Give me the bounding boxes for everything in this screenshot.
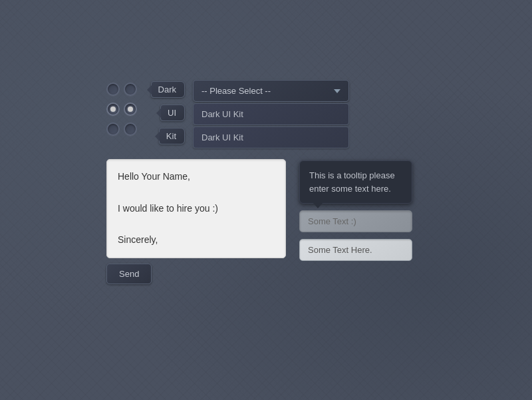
top-section: Dark UI Kit -- Please Select -- Dark UI … <box>106 80 412 148</box>
label-ui-text: UI <box>160 104 185 121</box>
radio-btn-3b[interactable] <box>124 122 137 136</box>
dropdown-option-1[interactable]: Dark UI Kit <box>193 103 349 125</box>
label-kit-text: Kit <box>159 128 185 144</box>
dropdown-option-2[interactable]: Dark UI Kit <box>193 126 349 148</box>
right-panel: This is a tooltip please enter some text… <box>299 159 412 261</box>
tooltip-bubble: This is a tooltip please enter some text… <box>299 160 412 204</box>
main-container: Dark UI Kit -- Please Select -- Dark UI … <box>106 80 412 284</box>
radio-group <box>106 80 137 136</box>
textarea-line3: Sincerely, <box>118 232 275 248</box>
radio-row-1 <box>106 83 137 96</box>
label-kit: Kit <box>145 128 185 144</box>
textarea-line1: Hello Your Name, <box>118 169 275 185</box>
tooltip-text: This is a tooltip please enter some text… <box>309 170 395 194</box>
labels-column: Dark UI Kit <box>145 80 185 144</box>
radio-btn-1b[interactable] <box>124 83 137 96</box>
text-panel: Hello Your Name, I would like to hire yo… <box>106 159 286 284</box>
radio-btn-1a[interactable] <box>106 83 120 96</box>
input-disabled: Some Text :) <box>299 210 412 232</box>
radio-row-2 <box>106 102 137 116</box>
textarea-line2: I would like to hire you :) <box>118 201 275 217</box>
dropdown-select[interactable]: -- Please Select -- <box>193 80 349 102</box>
dropdown-placeholder: -- Please Select -- <box>201 86 271 96</box>
radio-btn-2a[interactable] <box>106 102 120 116</box>
dropdown-container: -- Please Select -- Dark UI Kit Dark UI … <box>193 80 349 148</box>
input-normal[interactable]: Some Text Here. <box>299 239 412 261</box>
bottom-section: Hello Your Name, I would like to hire yo… <box>106 159 412 284</box>
radio-btn-2b[interactable] <box>124 102 137 116</box>
label-ui: UI <box>145 104 185 121</box>
message-textarea[interactable]: Hello Your Name, I would like to hire yo… <box>106 159 286 258</box>
dropdown-arrow-icon <box>334 89 340 93</box>
send-button[interactable]: Send <box>106 264 152 284</box>
label-dark: Dark <box>145 81 185 98</box>
radio-row-3 <box>106 122 137 136</box>
label-dark-text: Dark <box>151 81 185 98</box>
radio-btn-3a[interactable] <box>106 122 120 136</box>
